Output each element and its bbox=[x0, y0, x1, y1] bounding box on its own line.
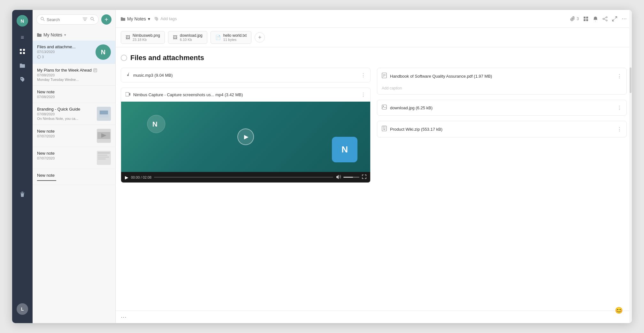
tag-nav-icon[interactable] bbox=[17, 74, 28, 85]
trash-nav-icon[interactable] bbox=[17, 189, 28, 200]
image-file-icon: 🖼 bbox=[173, 35, 177, 40]
video-play-button[interactable] bbox=[237, 128, 254, 145]
file-size: 11 bytes bbox=[223, 38, 247, 42]
emoji-button[interactable]: 😊 bbox=[615, 306, 623, 314]
svg-point-31 bbox=[606, 17, 607, 18]
filter-icon[interactable] bbox=[83, 17, 87, 22]
file-size: 6.10 Kb bbox=[180, 38, 203, 42]
add-note-button[interactable]: + bbox=[101, 14, 111, 25]
attachment-tab-download[interactable]: 🖼 download.jpg 6.10 Kb bbox=[168, 31, 207, 44]
svg-text:N: N bbox=[152, 120, 157, 128]
breadcrumb[interactable]: My Notes ▾ bbox=[121, 16, 150, 21]
svg-rect-37 bbox=[126, 92, 129, 96]
note-thumbnail bbox=[97, 107, 111, 121]
volume-icon[interactable] bbox=[336, 174, 341, 180]
note-date: 07/08/2020 bbox=[37, 112, 94, 116]
zip-file-name: Product Wiki.zip (553.17 kB) bbox=[390, 127, 442, 132]
tag-area[interactable]: Add tags bbox=[154, 16, 177, 21]
pdf-attach-left: Handbook of Software Quality Assurance.p… bbox=[382, 73, 492, 80]
zip-menu-button[interactable]: ⋮ bbox=[617, 126, 622, 132]
expand-button[interactable] bbox=[612, 16, 617, 21]
note-info: New note 07/07/2020 bbox=[37, 151, 94, 160]
note-body: Files and attachments music.mp3 (9.04 bbox=[116, 47, 632, 311]
file-name: download.jpg bbox=[180, 33, 203, 38]
svg-rect-28 bbox=[584, 19, 586, 21]
attach-block-left: music.mp3 (9.04 MB) bbox=[126, 72, 173, 78]
notes-list: Files and attachme... 07/13/2020 3 N My … bbox=[33, 41, 115, 323]
top-bar: My Notes ▾ Add tags 3 bbox=[116, 10, 632, 28]
zip-attachment-block: Product Wiki.zip (553.17 kB) ⋮ bbox=[377, 121, 627, 137]
svg-rect-24 bbox=[98, 157, 109, 158]
note-item-new-4[interactable]: New note bbox=[33, 169, 115, 185]
bell-button[interactable] bbox=[593, 16, 598, 21]
audio-attachment-block: music.mp3 (9.04 MB) ⋮ bbox=[121, 68, 371, 82]
view-toggle-button[interactable] bbox=[583, 16, 588, 21]
icon-rail: N ≡ L bbox=[12, 10, 33, 323]
note-info: New note bbox=[37, 173, 111, 181]
search-input[interactable] bbox=[47, 17, 81, 22]
note-item-new-1[interactable]: New note 07/08/2020 bbox=[33, 86, 115, 103]
more-button[interactable]: ⋯ bbox=[622, 16, 627, 22]
note-item-branding[interactable]: Branding - Quick Guide 07/08/2020 On Nim… bbox=[33, 103, 115, 125]
note-check-button[interactable] bbox=[121, 55, 127, 61]
svg-rect-0 bbox=[20, 49, 22, 51]
jpg-menu-button[interactable]: ⋮ bbox=[617, 105, 622, 111]
svg-rect-46 bbox=[382, 126, 387, 131]
zip-icon bbox=[382, 126, 387, 133]
svg-line-33 bbox=[604, 18, 606, 19]
audio-file-name: music.mp3 (9.04 MB) bbox=[133, 73, 173, 78]
file-name: Nimbusweb.png bbox=[133, 33, 160, 38]
pdf-menu-button[interactable]: ⋮ bbox=[617, 73, 622, 79]
add-caption-label[interactable]: Add caption bbox=[377, 84, 626, 94]
video-thumbnail: N N bbox=[121, 102, 370, 172]
note-title: Files and attachme... bbox=[37, 44, 93, 49]
user-avatar[interactable]: N bbox=[17, 15, 28, 27]
note-item-plans[interactable]: My Plans for the Week Ahead 07/08/2020 M… bbox=[33, 64, 115, 86]
main-scrollbar[interactable] bbox=[629, 10, 632, 323]
bottom-more-button[interactable]: ⋯ bbox=[121, 314, 126, 321]
svg-rect-3 bbox=[23, 52, 25, 54]
grid-icon[interactable] bbox=[17, 46, 28, 57]
notes-panel-header: + bbox=[33, 10, 115, 29]
attachment-tab-helloworld[interactable]: 📄 hello world.txt 11 bytes bbox=[211, 31, 251, 44]
note-item-new-2[interactable]: New note 07/07/2020 bbox=[33, 125, 115, 147]
add-attachment-button[interactable]: + bbox=[255, 32, 265, 43]
svg-rect-44 bbox=[382, 105, 387, 109]
note-main-title: Files and attachments bbox=[130, 54, 204, 62]
svg-rect-49 bbox=[383, 129, 385, 130]
search-icon2[interactable] bbox=[90, 17, 95, 22]
search-bar[interactable] bbox=[36, 14, 99, 25]
jpg-attach-left: download.jpg (6.25 kB) bbox=[382, 105, 433, 111]
attach-block-left: Nimbus Capture - Capture screenshots us.… bbox=[126, 92, 243, 98]
attachment-count-button[interactable]: 3 bbox=[570, 16, 579, 21]
svg-line-5 bbox=[43, 20, 45, 21]
video-play-small-button[interactable]: ▶ bbox=[125, 175, 128, 180]
note-item-new-3[interactable]: New note 07/07/2020 bbox=[33, 147, 115, 169]
volume-bar[interactable] bbox=[343, 177, 359, 178]
bottom-toolbar: ⋯ bbox=[116, 311, 632, 323]
note-info: Branding - Quick Guide 07/08/2020 On Nim… bbox=[37, 107, 94, 120]
top-bar-actions: 3 bbox=[570, 16, 627, 22]
note-date: 07/08/2020 bbox=[37, 73, 111, 77]
menu-icon[interactable]: ≡ bbox=[17, 32, 28, 43]
note-info: New note 07/07/2020 bbox=[37, 129, 94, 138]
bottom-user-avatar[interactable]: L bbox=[17, 303, 28, 315]
attachment-tab-nimbusweb[interactable]: 🖼 Nimbusweb.png 23.18 Kb bbox=[121, 31, 165, 44]
nimbus-overlay: N bbox=[332, 137, 357, 162]
folder-nav-icon[interactable] bbox=[17, 60, 28, 71]
note-divider bbox=[37, 180, 56, 181]
scrollbar-thumb bbox=[630, 67, 632, 93]
folder-label[interactable]: My Notes ▾ bbox=[33, 29, 115, 41]
svg-line-12 bbox=[38, 57, 39, 58]
note-title: New note bbox=[37, 129, 94, 134]
video-progress-bar[interactable] bbox=[154, 177, 333, 178]
note-preview: Monday Tuesday Wedne... bbox=[37, 78, 111, 81]
video-menu-button[interactable]: ⋮ bbox=[361, 92, 366, 98]
note-title: Branding - Quick Guide bbox=[37, 107, 94, 112]
share-button[interactable] bbox=[602, 16, 608, 21]
fullscreen-button[interactable] bbox=[362, 174, 366, 180]
note-title: My Plans for the Week Ahead bbox=[37, 68, 111, 73]
audio-menu-button[interactable]: ⋮ bbox=[361, 72, 366, 78]
note-item-files-attachments[interactable]: Files and attachme... 07/13/2020 3 N bbox=[33, 41, 115, 64]
text-file-icon: 📄 bbox=[215, 35, 221, 40]
